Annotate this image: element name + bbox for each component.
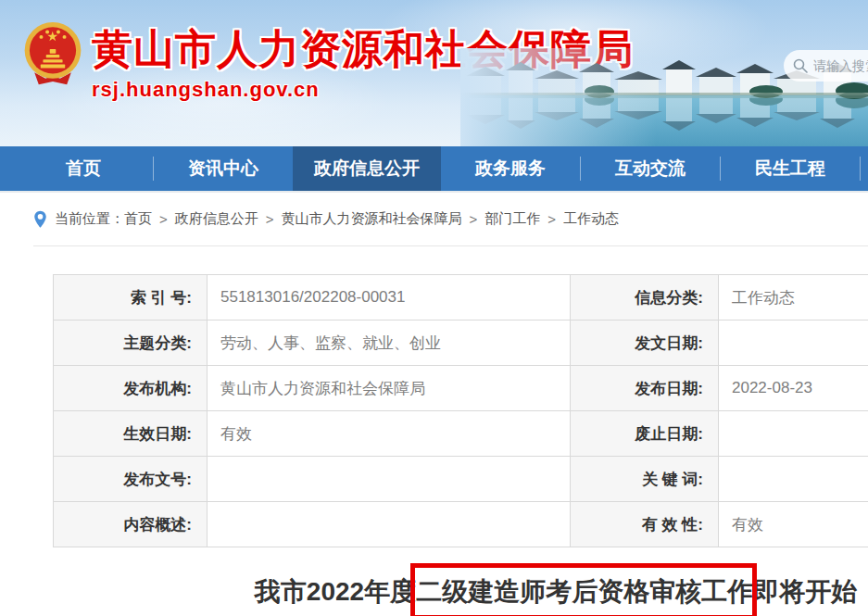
- info-value: 黄山市人力资源和社会保障局: [208, 366, 571, 411]
- nav-item-interaction[interactable]: 互动交流: [581, 146, 720, 191]
- info-label: 信息分类:: [571, 275, 719, 321]
- breadcrumb-current-work-trends: 工作动态: [563, 210, 619, 228]
- nav-item-label: 政务服务: [475, 157, 546, 181]
- info-label: 关 键 词:: [571, 457, 719, 502]
- breadcrumb-prefix: 当前位置：: [55, 210, 124, 228]
- breadcrumb-link-department-work[interactable]: 部门工作: [484, 210, 540, 228]
- table-row: 生效日期: 有效 废止日期:: [54, 411, 868, 457]
- nav-divider: [860, 157, 861, 181]
- national-emblem-logo: [22, 19, 83, 97]
- breadcrumb-link-bureau[interactable]: 黄山市人力资源和社会保障局: [282, 210, 462, 228]
- breadcrumb-separator: >: [159, 211, 168, 227]
- info-value: [719, 457, 868, 502]
- breadcrumb-separator: >: [547, 211, 556, 227]
- nav-item-label: 政府信息公开: [314, 157, 420, 181]
- table-row: 发布文号: 关 键 词:: [54, 457, 868, 502]
- info-label: 废止日期:: [571, 411, 719, 457]
- article-title-highlight: 二级建造师考后资格审核工作: [416, 574, 753, 610]
- nav-item-home[interactable]: 首页: [14, 146, 153, 191]
- content-divider: [33, 245, 868, 246]
- article-title-highlight-text: 二级建造师考后资格审核工作: [416, 577, 753, 606]
- nav-item-label: 资讯中心: [188, 157, 258, 181]
- info-value: [208, 457, 571, 502]
- national-emblem-icon: [22, 19, 83, 94]
- site-header: 黄山市人力资源和社会保障局 rsj.huangshan.gov.cn: [0, 0, 868, 146]
- page: 黄山市人力资源和社会保障局 rsj.huangshan.gov.cn: [0, 0, 868, 610]
- table-row: 发布机构: 黄山市人力资源和社会保障局 发布日期: 2022-08-23: [54, 366, 868, 411]
- search-input[interactable]: [813, 58, 868, 73]
- main-nav: 首页 资讯中心 政府信息公开 政务服务 互动交流 民生工程: [0, 146, 868, 193]
- info-value: 2022-08-23: [719, 366, 868, 411]
- info-label: 发布机构:: [54, 366, 208, 411]
- nav-item-gov-info-disclosure[interactable]: 政府信息公开: [293, 146, 441, 191]
- article-title-suffix: 即将开始: [753, 577, 857, 606]
- table-row: 内容概述: 有 效 性: 有效: [54, 502, 868, 547]
- location-pin-icon: [33, 210, 47, 229]
- nav-item-label: 首页: [66, 157, 101, 181]
- document-info-table: 索 引 号: 551813016/202208-00031 信息分类: 工作动态…: [53, 274, 868, 547]
- info-value: 551813016/202208-00031: [208, 275, 571, 321]
- info-value: 有效: [208, 411, 571, 457]
- nav-item-label: 民生工程: [755, 157, 825, 181]
- info-value: [719, 321, 868, 366]
- nav-item-livelihood-projects[interactable]: 民生工程: [721, 146, 860, 191]
- article-title: 我市2022年度二级建造师考后资格审核工作即将开始: [0, 574, 868, 610]
- info-label: 发布日期:: [571, 366, 719, 411]
- breadcrumb-link-gov-info[interactable]: 政府信息公开: [175, 210, 258, 228]
- search-icon: [793, 58, 808, 73]
- breadcrumb-separator: >: [266, 211, 274, 227]
- info-value: [208, 502, 571, 547]
- info-value: [719, 411, 868, 457]
- table-row: 索 引 号: 551813016/202208-00031 信息分类: 工作动态: [54, 275, 868, 321]
- breadcrumb: 当前位置： 首页 > 政府信息公开 > 黄山市人力资源和社会保障局 > 部门工作…: [0, 193, 868, 245]
- breadcrumb-separator: >: [470, 211, 478, 227]
- info-label: 发布文号:: [54, 457, 208, 502]
- nav-item-gov-services[interactable]: 政务服务: [441, 146, 580, 191]
- info-label: 发文日期:: [571, 321, 719, 366]
- info-label: 生效日期:: [54, 411, 208, 457]
- info-label: 有 效 性:: [571, 502, 719, 547]
- info-value: 劳动、人事、监察、就业、创业: [208, 321, 571, 366]
- nav-item-label: 互动交流: [615, 157, 686, 181]
- info-value: 有效: [719, 502, 868, 547]
- search-box: [784, 50, 868, 82]
- breadcrumb-link-home[interactable]: 首页: [124, 210, 152, 228]
- info-label: 内容概述:: [54, 502, 208, 547]
- table-row: 主题分类: 劳动、人事、监察、就业、创业 发文日期:: [54, 321, 868, 366]
- info-value: 工作动态: [719, 275, 868, 321]
- info-label: 主题分类:: [54, 321, 208, 366]
- article-title-prefix: 我市2022年度: [255, 577, 416, 606]
- info-label: 索 引 号:: [54, 275, 208, 321]
- nav-item-news-center[interactable]: 资讯中心: [154, 146, 293, 191]
